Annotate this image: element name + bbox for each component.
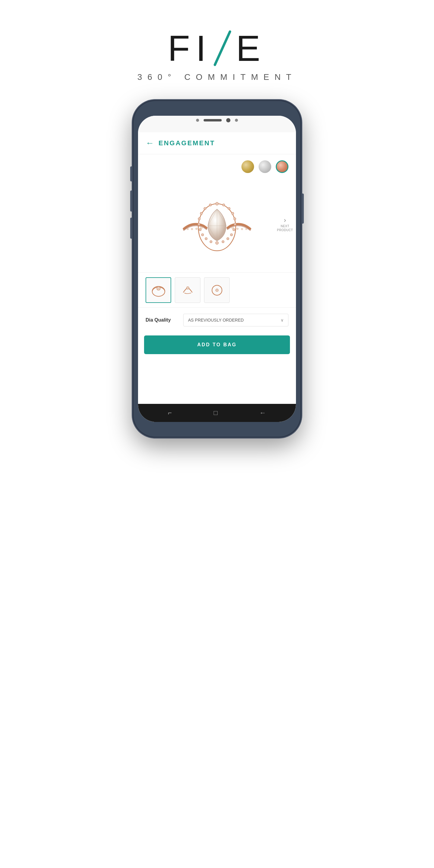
page-title: ENGAGEMENT	[158, 139, 215, 147]
status-bar	[138, 116, 296, 132]
nav-back-icon[interactable]: ⌐	[168, 409, 172, 417]
phone-button-left-top	[130, 166, 133, 181]
back-button[interactable]: ←	[146, 138, 154, 148]
svg-point-28	[200, 227, 203, 229]
svg-line-0	[215, 32, 230, 65]
notch-dot-right	[235, 119, 238, 122]
phone-mockup: ← ENGAGEMENT	[133, 100, 301, 438]
svg-point-18	[227, 238, 229, 240]
svg-point-6	[228, 207, 230, 210]
svg-point-33	[237, 228, 239, 230]
svg-point-10	[234, 218, 236, 220]
dia-quality-select[interactable]: AS PREVIOUSLY ORDERED ∨	[183, 314, 288, 327]
notch-area	[196, 118, 238, 122]
dia-quality-label: Dia Quality	[146, 317, 179, 323]
app-content: ← ENGAGEMENT	[138, 132, 296, 404]
svg-point-21	[216, 241, 218, 244]
logo-subtitle: 360° COMMITMENT	[137, 72, 297, 82]
nav-home-icon[interactable]: □	[214, 409, 218, 417]
svg-point-9	[198, 218, 200, 220]
svg-point-4	[222, 204, 225, 206]
logo-slash-icon	[212, 32, 236, 65]
dropdown-arrow-icon: ∨	[281, 318, 284, 322]
phone-button-right	[301, 193, 304, 224]
notch-camera	[226, 118, 230, 122]
phone-frame: ← ENGAGEMENT	[133, 100, 301, 438]
dia-quality-value: AS PREVIOUSLY ORDERED	[188, 318, 244, 322]
next-arrow-icon: ›	[284, 216, 286, 224]
svg-point-40	[216, 289, 218, 291]
thumbnail-1[interactable]	[146, 277, 171, 303]
svg-point-31	[187, 228, 189, 230]
svg-point-35	[246, 228, 247, 230]
svg-point-15	[201, 234, 204, 236]
next-product-label: NEXTPRODUCT	[277, 224, 293, 232]
phone-button-left-bot	[130, 218, 133, 239]
dia-quality-row: Dia Quality AS PREVIOUSLY ORDERED ∨	[138, 308, 296, 333]
svg-point-17	[205, 238, 207, 240]
svg-point-29	[195, 228, 197, 230]
svg-point-7	[200, 212, 203, 215]
thumbnail-gallery	[138, 273, 296, 308]
svg-point-37	[157, 287, 160, 290]
phone-screen: ← ENGAGEMENT	[138, 116, 296, 422]
logo-e: E	[236, 30, 266, 66]
color-swatch-group	[138, 154, 296, 176]
swatch-gold[interactable]	[241, 160, 254, 173]
svg-point-12	[234, 223, 236, 225]
nav-recent-icon[interactable]: ←	[259, 409, 266, 417]
notch-speaker	[204, 119, 222, 121]
svg-point-19	[210, 241, 212, 243]
svg-point-30	[191, 228, 193, 230]
svg-point-2	[216, 202, 218, 205]
svg-point-32	[232, 227, 234, 229]
notch-dot-left	[196, 119, 199, 122]
svg-point-5	[204, 207, 206, 210]
logo-wordmark: F I E	[168, 30, 267, 66]
logo-f: F	[168, 30, 196, 66]
ring-image	[175, 188, 259, 260]
logo-i: I	[196, 30, 212, 66]
app-header: ← ENGAGEMENT	[138, 132, 296, 154]
next-product-button[interactable]: › NEXTPRODUCT	[277, 216, 293, 232]
logo-section: F I E 360° COMMITMENT	[137, 30, 297, 82]
svg-point-11	[198, 223, 200, 225]
phone-button-left-mid	[130, 190, 133, 212]
thumbnail-3[interactable]	[204, 277, 230, 303]
add-to-bag-button[interactable]: ADD TO BAG	[144, 336, 290, 354]
swatch-rose-gold[interactable]	[276, 160, 288, 173]
svg-point-3	[209, 204, 212, 206]
svg-point-16	[230, 234, 233, 236]
svg-point-34	[241, 228, 243, 230]
thumbnail-2[interactable]	[175, 277, 200, 303]
swatch-silver[interactable]	[258, 160, 271, 173]
svg-point-20	[222, 241, 224, 243]
bottom-navigation: ⌐ □ ←	[138, 404, 296, 422]
svg-point-8	[231, 212, 234, 215]
product-image-area: › NEXTPRODUCT	[138, 176, 296, 273]
svg-point-38	[186, 287, 189, 289]
